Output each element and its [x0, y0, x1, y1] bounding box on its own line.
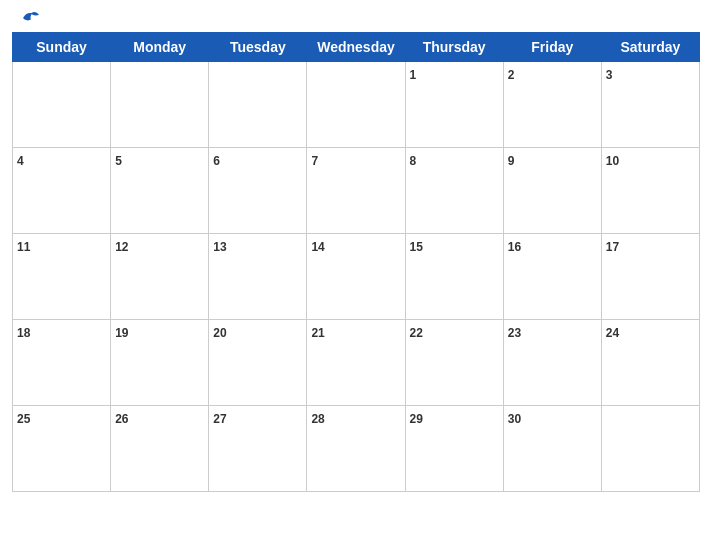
logo-bird-icon: [21, 10, 41, 26]
day-cell: 29: [405, 406, 503, 492]
day-cell: 25: [13, 406, 111, 492]
day-number: 1: [410, 68, 417, 82]
week-row-1: 123: [13, 62, 700, 148]
day-cell: [13, 62, 111, 148]
day-number: 8: [410, 154, 417, 168]
day-cell: 10: [601, 148, 699, 234]
day-cell: 2: [503, 62, 601, 148]
day-number: 5: [115, 154, 122, 168]
day-cell: 3: [601, 62, 699, 148]
calendar-wrapper: SundayMondayTuesdayWednesdayThursdayFrid…: [0, 32, 712, 550]
day-number: 7: [311, 154, 318, 168]
day-cell: 17: [601, 234, 699, 320]
day-cell: 26: [111, 406, 209, 492]
day-number: 26: [115, 412, 128, 426]
day-cell: 13: [209, 234, 307, 320]
day-header-wednesday: Wednesday: [307, 33, 405, 62]
day-number: 27: [213, 412, 226, 426]
week-row-2: 45678910: [13, 148, 700, 234]
day-cell: 30: [503, 406, 601, 492]
day-cell: [601, 406, 699, 492]
day-cell: 7: [307, 148, 405, 234]
day-number: 3: [606, 68, 613, 82]
week-row-5: 252627282930: [13, 406, 700, 492]
day-cell: [307, 62, 405, 148]
day-header-monday: Monday: [111, 33, 209, 62]
day-cell: 21: [307, 320, 405, 406]
day-number: 22: [410, 326, 423, 340]
day-cell: 19: [111, 320, 209, 406]
day-cell: 22: [405, 320, 503, 406]
day-header-friday: Friday: [503, 33, 601, 62]
day-cell: 24: [601, 320, 699, 406]
day-number: 20: [213, 326, 226, 340]
day-number: 9: [508, 154, 515, 168]
day-number: 23: [508, 326, 521, 340]
day-number: 29: [410, 412, 423, 426]
day-number: 13: [213, 240, 226, 254]
day-cell: 11: [13, 234, 111, 320]
day-header-saturday: Saturday: [601, 33, 699, 62]
day-number: 10: [606, 154, 619, 168]
day-number: 16: [508, 240, 521, 254]
day-cell: 8: [405, 148, 503, 234]
day-cell: 18: [13, 320, 111, 406]
day-cell: 1: [405, 62, 503, 148]
day-number: 28: [311, 412, 324, 426]
week-row-3: 11121314151617: [13, 234, 700, 320]
day-number: 11: [17, 240, 30, 254]
day-header-sunday: Sunday: [13, 33, 111, 62]
day-number: 21: [311, 326, 324, 340]
day-number: 30: [508, 412, 521, 426]
day-number: 17: [606, 240, 619, 254]
day-cell: [111, 62, 209, 148]
day-number: 18: [17, 326, 30, 340]
day-number: 2: [508, 68, 515, 82]
week-row-4: 18192021222324: [13, 320, 700, 406]
day-number: 12: [115, 240, 128, 254]
day-number: 24: [606, 326, 619, 340]
day-cell: 15: [405, 234, 503, 320]
calendar-table: SundayMondayTuesdayWednesdayThursdayFrid…: [12, 32, 700, 492]
country-label: [614, 10, 694, 14]
day-header-thursday: Thursday: [405, 33, 503, 62]
day-number: 14: [311, 240, 324, 254]
day-cell: 28: [307, 406, 405, 492]
day-number: 15: [410, 240, 423, 254]
day-cell: 4: [13, 148, 111, 234]
day-cell: 5: [111, 148, 209, 234]
day-cell: 16: [503, 234, 601, 320]
day-cell: 9: [503, 148, 601, 234]
calendar-header: [0, 0, 712, 32]
day-number: 25: [17, 412, 30, 426]
day-cell: 23: [503, 320, 601, 406]
day-cell: 6: [209, 148, 307, 234]
day-cell: 27: [209, 406, 307, 492]
day-header-tuesday: Tuesday: [209, 33, 307, 62]
day-cell: 20: [209, 320, 307, 406]
day-number: 4: [17, 154, 24, 168]
day-cell: [209, 62, 307, 148]
logo: [18, 10, 41, 26]
day-number: 6: [213, 154, 220, 168]
day-number: 19: [115, 326, 128, 340]
day-cell: 14: [307, 234, 405, 320]
day-cell: 12: [111, 234, 209, 320]
